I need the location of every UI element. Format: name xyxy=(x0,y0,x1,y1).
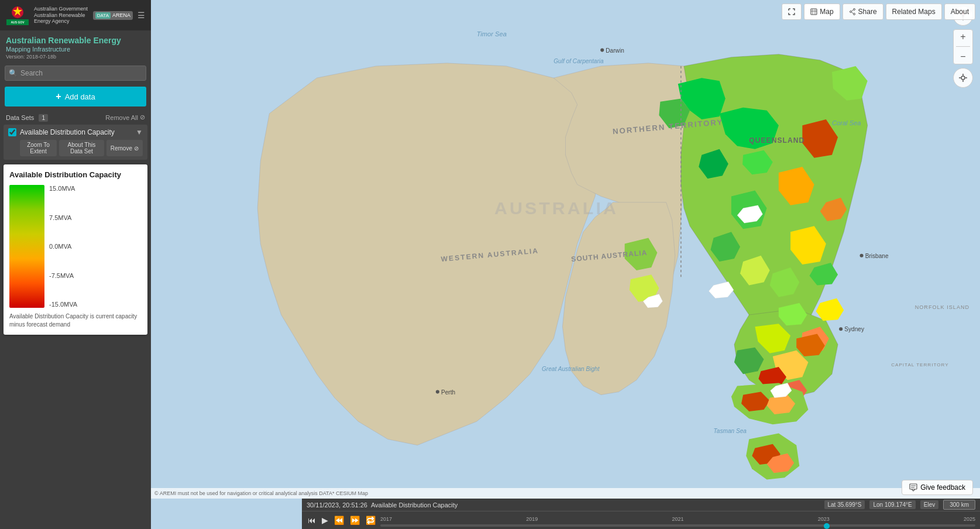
svg-point-12 xyxy=(860,254,864,257)
timeline-track[interactable]: 2017 2019 2021 2023 2025 xyxy=(380,524,975,527)
svg-rect-34 xyxy=(910,484,917,489)
sidebar-header: AUS GOV Australian Government Australian… xyxy=(0,0,151,30)
play-button[interactable]: ▶ xyxy=(321,514,329,526)
sidebar: AUS GOV Australian Government Australian… xyxy=(0,0,151,529)
legend-label-75: 7.5MVA xyxy=(49,214,77,221)
brand-subtitle: Mapping Infrastructure xyxy=(6,46,145,53)
location-button[interactable] xyxy=(953,68,973,88)
legend-gradient-bar xyxy=(9,185,44,308)
legend-title: Available Distribution Capacity xyxy=(9,170,142,179)
svg-point-29 xyxy=(961,76,965,80)
give-feedback-button[interactable]: Give feedback xyxy=(902,480,973,495)
related-maps-button[interactable]: Related Maps xyxy=(886,4,942,20)
datasets-header: Data Sets 1 Remove All ⊘ xyxy=(0,111,151,123)
map-attribution: © AREMI must not be used for navigation … xyxy=(151,488,980,499)
layer-title: Available Distribution Capacity xyxy=(20,128,132,136)
legend-card: Available Distribution Capacity 15.0MVA … xyxy=(4,164,147,335)
header-text: Australian Government Australian Renewab… xyxy=(34,6,88,25)
search-bar: 🔍 xyxy=(5,66,146,81)
lat-display: Lat 35.699°S xyxy=(824,500,865,509)
sidebar-brand: Australian Renewable Energy Mapping Infr… xyxy=(0,30,151,62)
svg-text:Brisbane: Brisbane xyxy=(865,253,889,259)
svg-point-16 xyxy=(436,390,439,394)
svg-text:Coral Sea: Coral Sea xyxy=(832,119,861,126)
dataset-layer: Available Distribution Capacity ▼ Zoom T… xyxy=(4,125,147,160)
svg-point-14 xyxy=(839,327,843,331)
svg-point-38 xyxy=(853,9,855,11)
svg-text:NORFOLK ISLAND: NORFOLK ISLAND xyxy=(915,304,970,310)
bottom-bar: 30/11/2023, 20:51:26 Available Distribut… xyxy=(302,499,980,529)
timeline-year-2017: 2017 xyxy=(380,516,392,522)
map-button[interactable]: Map xyxy=(804,4,840,20)
fullscreen-icon xyxy=(788,8,795,15)
data-icon: DATA xyxy=(95,12,111,19)
svg-text:Darwin: Darwin xyxy=(606,47,624,54)
layer-expand-icon[interactable]: ▼ xyxy=(136,128,143,136)
layer-checkbox[interactable] xyxy=(8,128,16,136)
legend-labels: 15.0MVA 7.5MVA 0.0MVA -7.5MVA -15.0MVA xyxy=(49,185,77,308)
about-dataset-button[interactable]: About This Data Set xyxy=(59,140,104,156)
remove-icon: ⊘ xyxy=(134,145,139,152)
layer-actions: Zoom To Extent About This Data Set Remov… xyxy=(8,140,143,156)
bottom-info: 30/11/2023, 20:51:26 Available Distribut… xyxy=(302,499,980,511)
map-canvas: NORTHERN TERRITORY WESTERN AUSTRALIA SOU… xyxy=(151,0,980,529)
legend-gradient-wrap: 15.0MVA 7.5MVA 0.0MVA -7.5MVA -15.0MVA xyxy=(9,185,142,308)
share-button[interactable]: Share xyxy=(843,4,883,20)
svg-text:AUSTRALIA: AUSTRALIA xyxy=(494,198,618,218)
svg-point-39 xyxy=(850,11,851,13)
elev-display: Elev xyxy=(920,500,938,509)
timeline-thumb[interactable] xyxy=(824,523,830,529)
datasets-count: 1 xyxy=(39,114,48,122)
agency-name: Australian Government Australian Renewab… xyxy=(34,6,88,25)
timeline-bar: ⏮ ▶ ⏪ ⏩ 🔁 2017 2019 2021 2023 2025 xyxy=(302,511,980,529)
timeline-labels: 2017 2019 2021 2023 2025 xyxy=(380,516,975,522)
search-input[interactable] xyxy=(5,66,146,81)
svg-text:AUS GOV: AUS GOV xyxy=(11,20,25,24)
feedback-icon xyxy=(909,483,917,492)
remove-all-button[interactable]: Remove All ⊘ xyxy=(105,114,145,121)
search-icon: 🔍 xyxy=(9,69,18,77)
map-controls: + − xyxy=(953,29,973,88)
svg-text:Tasman Sea: Tasman Sea xyxy=(714,428,747,434)
step-forward-button[interactable]: ⏩ xyxy=(349,514,361,526)
plus-icon: + xyxy=(56,91,61,102)
legend-label-max: 15.0MVA xyxy=(49,185,77,192)
dataset-layer-header: Available Distribution Capacity ▼ xyxy=(8,128,143,136)
map-icon xyxy=(810,8,817,15)
svg-text:Timor Sea: Timor Sea xyxy=(477,30,507,37)
coordinates: Lat 35.699°S Lon 109.174°E Elev 300 km xyxy=(824,500,976,510)
zoom-to-extent-button[interactable]: Zoom To Extent xyxy=(20,140,57,156)
timeline-year-2025: 2025 xyxy=(964,516,975,522)
svg-text:QUEENSLAND: QUEENSLAND xyxy=(749,137,804,145)
timeline-year-2021: 2021 xyxy=(672,516,683,522)
scale-display: 300 km xyxy=(943,500,975,510)
zoom-in-button[interactable]: + xyxy=(960,32,965,42)
brand-version: Version: 2018-07-18b xyxy=(6,54,145,60)
fullscreen-button[interactable] xyxy=(782,4,802,20)
about-button[interactable]: About xyxy=(944,4,975,20)
map-svg: NORTHERN TERRITORY WESTERN AUSTRALIA SOU… xyxy=(151,0,980,529)
arena-badge: DATA ARENA xyxy=(93,11,133,20)
zoom-out-button[interactable]: − xyxy=(960,52,965,61)
zoom-controls: + − xyxy=(953,29,973,64)
step-back-button[interactable]: ⏪ xyxy=(333,514,345,526)
skip-back-button[interactable]: ⏮ xyxy=(307,514,317,526)
remove-layer-button[interactable]: Remove ⊘ xyxy=(106,140,143,156)
svg-text:Great Australian Bight: Great Australian Bight xyxy=(542,366,600,372)
svg-line-42 xyxy=(851,12,853,13)
menu-icon[interactable]: ☰ xyxy=(137,11,145,20)
map-area[interactable]: NORTHERN TERRITORY WESTERN AUSTRALIA SOU… xyxy=(151,0,980,529)
datasets-label: Data Sets 1 xyxy=(6,114,48,121)
svg-rect-37 xyxy=(811,9,817,15)
add-data-button[interactable]: + Add data xyxy=(5,87,146,107)
remove-all-icon: ⊘ xyxy=(140,114,145,121)
legend-description: Available Distribution Capacity is curre… xyxy=(9,312,142,329)
timeline-year-2023: 2023 xyxy=(818,516,830,522)
legend-label-0: 0.0MVA xyxy=(49,243,77,250)
svg-text:Perth: Perth xyxy=(441,389,455,396)
timestamp: 30/11/2023, 20:51:26 xyxy=(307,501,367,509)
svg-point-40 xyxy=(853,13,855,15)
timeline-year-2019: 2019 xyxy=(526,516,538,522)
loop-button[interactable]: 🔁 xyxy=(365,514,377,526)
svg-text:CAPITAL TERRITORY: CAPITAL TERRITORY xyxy=(891,362,948,367)
